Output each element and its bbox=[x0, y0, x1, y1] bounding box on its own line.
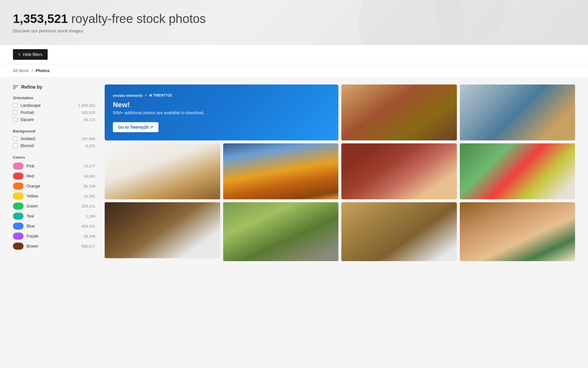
photo-item-grains[interactable] bbox=[341, 202, 457, 261]
blue-label: Blue bbox=[26, 224, 35, 228]
blurred-count: 8,225 bbox=[86, 144, 95, 148]
green-count: 200,221 bbox=[81, 204, 95, 208]
red-label: Red bbox=[26, 174, 34, 178]
teal-label: Teal bbox=[26, 214, 34, 218]
photo-item-choc-balls[interactable] bbox=[105, 202, 220, 261]
envato-logo: envato elements bbox=[113, 93, 143, 98]
filter-bar: × Hide filters bbox=[0, 45, 588, 64]
hide-filters-button[interactable]: × Hide filters bbox=[13, 49, 48, 60]
page-title: 1,353,521 royalty-free stock photos bbox=[13, 12, 575, 26]
twenty20-logo: ⊕ TWENTY20 bbox=[149, 93, 172, 97]
page-subtitle: Discover our premium stock images bbox=[13, 28, 575, 33]
pink-swatch bbox=[13, 163, 24, 170]
pink-count: 73,277 bbox=[83, 164, 95, 168]
orange-swatch bbox=[13, 183, 24, 190]
photo-count: 1,353,521 bbox=[13, 12, 68, 26]
sidebar: Refine by Orientation Landscape 1,009,38… bbox=[13, 84, 95, 257]
landscape-count: 1,009,383 bbox=[78, 103, 95, 108]
photo-item-green-plate[interactable] bbox=[223, 202, 339, 261]
photo-item-chicken[interactable] bbox=[460, 84, 575, 140]
photo-grid: envato elements + ⊕ TWENTY20 New! 50M+ a… bbox=[105, 84, 575, 261]
photo-item-autumn[interactable] bbox=[223, 143, 339, 199]
promo-plus: + bbox=[145, 93, 147, 98]
colors-title: Colors bbox=[13, 155, 95, 160]
filter-brown[interactable]: Brown 586,617 bbox=[13, 243, 95, 250]
colors-filter-section: Colors Pink 73,277 Red 34,682 Orange bbox=[13, 155, 95, 250]
isolated-checkbox[interactable] bbox=[13, 136, 18, 141]
orange-count: 90,749 bbox=[83, 184, 95, 188]
filter-isolated[interactable]: Isolated 197,645 bbox=[13, 136, 95, 141]
photo-item-nuts[interactable] bbox=[341, 84, 457, 140]
filter-pink[interactable]: Pink 73,277 bbox=[13, 163, 95, 170]
filter-landscape[interactable]: Landscape 1,009,383 bbox=[13, 103, 95, 108]
orientation-filter-section: Orientation Landscape 1,009,383 Portrait… bbox=[13, 96, 95, 122]
main-layout: Refine by Orientation Landscape 1,009,38… bbox=[0, 77, 588, 268]
brown-count: 586,617 bbox=[81, 244, 95, 248]
breadcrumb-all-items[interactable]: All Items bbox=[13, 68, 29, 73]
hide-filters-label: Hide filters bbox=[23, 52, 42, 57]
photo-grid-container: envato elements + ⊕ TWENTY20 New! 50M+ a… bbox=[105, 84, 575, 261]
square-checkbox[interactable] bbox=[13, 117, 18, 122]
blurred-checkbox[interactable] bbox=[13, 143, 18, 148]
close-icon: × bbox=[18, 52, 21, 57]
filter-green[interactable]: Green 200,221 bbox=[13, 203, 95, 210]
purple-swatch bbox=[13, 233, 24, 240]
filter-blue[interactable]: Blue 459,151 bbox=[13, 223, 95, 230]
portrait-label: Portrait bbox=[21, 110, 34, 115]
green-label: Green bbox=[26, 204, 38, 208]
isolated-label: Isolated bbox=[21, 136, 35, 141]
pink-label: Pink bbox=[26, 164, 34, 168]
filter-icon bbox=[13, 85, 18, 89]
red-swatch bbox=[13, 173, 24, 180]
teal-count: 1,189 bbox=[86, 214, 95, 218]
brown-swatch bbox=[13, 243, 24, 250]
filter-orange[interactable]: Orange 90,749 bbox=[13, 183, 95, 190]
filter-yellow[interactable]: Yellow 10,382 bbox=[13, 193, 95, 200]
promo-description: 50M+ additional photos are available to … bbox=[113, 110, 330, 116]
filter-red[interactable]: Red 34,682 bbox=[13, 173, 95, 180]
header-section: 1,353,521 royalty-free stock photos Disc… bbox=[0, 0, 588, 45]
photo-item-icecream[interactable] bbox=[105, 143, 220, 199]
photo-item-soup[interactable] bbox=[341, 143, 457, 199]
blue-swatch bbox=[13, 223, 24, 230]
purple-label: Purple bbox=[26, 234, 38, 238]
background-title: Background bbox=[13, 129, 95, 133]
filter-blurred[interactable]: Blurred 8,225 bbox=[13, 143, 95, 148]
square-label: Square bbox=[21, 117, 34, 122]
promo-banner[interactable]: envato elements + ⊕ TWENTY20 New! 50M+ a… bbox=[105, 84, 338, 140]
portrait-count: 305,015 bbox=[81, 110, 95, 115]
blurred-label: Blurred bbox=[21, 143, 34, 148]
photo-item-kitchen[interactable] bbox=[460, 202, 575, 261]
background-filter-section: Background Isolated 197,645 Blurred 8,22… bbox=[13, 129, 95, 148]
isolated-count: 197,645 bbox=[81, 137, 95, 141]
promo-content: New! 50M+ additional photos are availabl… bbox=[113, 101, 330, 116]
brown-label: Brown bbox=[26, 244, 38, 248]
orange-label: Orange bbox=[26, 184, 40, 188]
filter-teal[interactable]: Teal 1,189 bbox=[13, 213, 95, 220]
yellow-label: Yellow bbox=[26, 194, 38, 198]
photo-item-salad[interactable] bbox=[460, 143, 575, 199]
refine-by-label: Refine by bbox=[21, 84, 42, 90]
yellow-swatch bbox=[13, 193, 24, 200]
filter-square[interactable]: Square 39,115 bbox=[13, 117, 95, 122]
promo-logo: envato elements + ⊕ TWENTY20 bbox=[113, 93, 330, 98]
breadcrumb-current: Photos bbox=[36, 68, 49, 73]
promo-badge: New! bbox=[113, 101, 330, 109]
blue-count: 459,151 bbox=[81, 224, 95, 228]
breadcrumb: All Items / Photos bbox=[0, 64, 588, 77]
landscape-checkbox[interactable] bbox=[13, 103, 18, 108]
red-count: 34,682 bbox=[83, 174, 95, 178]
teal-swatch bbox=[13, 213, 24, 220]
filter-portrait[interactable]: Portrait 305,015 bbox=[13, 110, 95, 115]
yellow-count: 10,382 bbox=[83, 194, 95, 198]
landscape-label: Landscape bbox=[21, 103, 41, 108]
filter-purple[interactable]: Purple 29,146 bbox=[13, 233, 95, 240]
green-swatch bbox=[13, 203, 24, 210]
promo-cta-button[interactable]: Go to Twenty20 ↗ bbox=[113, 122, 158, 132]
portrait-checkbox[interactable] bbox=[13, 110, 18, 115]
purple-count: 29,146 bbox=[83, 234, 95, 238]
square-count: 39,115 bbox=[83, 117, 95, 122]
refine-by-header: Refine by bbox=[13, 84, 95, 90]
page-title-rest: royalty-free stock photos bbox=[68, 12, 206, 26]
orientation-title: Orientation bbox=[13, 96, 95, 100]
